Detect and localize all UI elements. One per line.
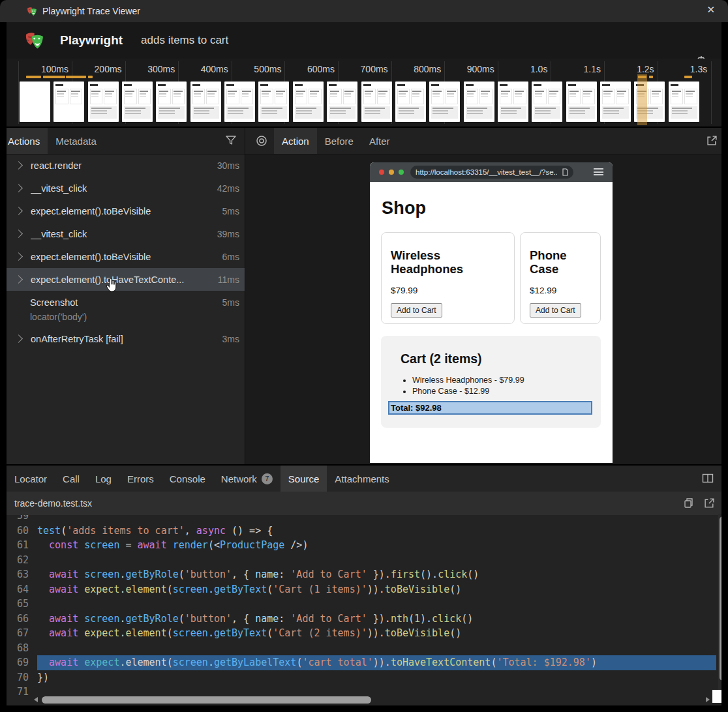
chevron-right-icon[interactable] xyxy=(14,184,23,192)
timeline-thumbnail[interactable] xyxy=(293,82,324,122)
chevron-right-icon[interactable] xyxy=(14,207,23,215)
action-duration: 3ms xyxy=(222,334,245,344)
timeline-label: 600ms xyxy=(307,64,335,74)
action-row[interactable]: expect.element().toHaveTextConte...11ms xyxy=(0,268,245,291)
browser-snapshot[interactable]: http://localhost:63315/__vitest_test__/?… xyxy=(370,162,613,463)
tab-network[interactable]: Network7 xyxy=(213,466,281,492)
code-text xyxy=(37,597,716,612)
tab-log[interactable]: Log xyxy=(87,466,119,492)
chevron-right-icon[interactable] xyxy=(14,252,23,261)
tab-console[interactable]: Console xyxy=(162,466,213,492)
tab-label: Locator xyxy=(14,473,47,484)
action-row[interactable]: Screenshot5mslocator('body') xyxy=(0,291,245,327)
horizontal-scrollbar[interactable] xyxy=(34,695,710,704)
code-line: 69 await expect.element(screen.getByLabe… xyxy=(0,655,716,670)
timeline-thumbnail[interactable] xyxy=(53,82,84,122)
close-button[interactable]: ✕ xyxy=(706,4,715,16)
timeline-thumbnail[interactable] xyxy=(532,82,562,122)
code-line: 67 await expect.element(screen.getByText… xyxy=(0,626,716,641)
timeline-thumbnail[interactable] xyxy=(88,82,119,122)
chevron-right-icon[interactable] xyxy=(14,161,23,170)
tab-locator[interactable]: Locator xyxy=(7,466,55,492)
code-text: test('adds items to cart', async () => { xyxy=(37,524,716,539)
action-row[interactable]: expect.element().toBeVisible5ms xyxy=(0,200,245,222)
timeline-thumbnail[interactable] xyxy=(498,82,528,122)
chevron-spacer xyxy=(14,299,22,306)
window-titlebar: Playwright Trace Viewer ✕ xyxy=(0,0,728,22)
tab-call[interactable]: Call xyxy=(55,466,87,492)
code-text xyxy=(37,641,716,656)
action-duration: 30ms xyxy=(217,160,245,171)
timeline-thumbnail[interactable] xyxy=(20,82,50,122)
code-line: 68 xyxy=(0,641,716,656)
playwright-masks-icon xyxy=(26,6,37,17)
copy-source-icon[interactable] xyxy=(683,497,694,509)
url-bar[interactable]: http://localhost:63315/__vitest_test__/?… xyxy=(410,166,573,179)
code-line: 63 await screen.getByRole('button', { na… xyxy=(0,567,716,582)
code-text: await screen.getByRole('button', { name:… xyxy=(37,567,716,582)
action-name: Screenshot xyxy=(30,297,222,308)
chevron-right-icon[interactable] xyxy=(14,230,23,238)
action-row[interactable]: __vitest_click39ms xyxy=(0,222,245,245)
timeline-thumbnail[interactable] xyxy=(600,82,631,122)
timeline-thumbnail[interactable] xyxy=(224,82,255,122)
tab-attachments[interactable]: Attachments xyxy=(327,466,397,492)
source-filename: trace-demo.test.tsx xyxy=(14,498,92,509)
timeline-label: 900ms xyxy=(467,64,494,74)
scroll-left-arrow[interactable] xyxy=(34,697,38,702)
app-name: Playwright xyxy=(60,33,123,48)
tab-source[interactable]: Source xyxy=(281,466,327,492)
action-name: expect.element().toBeVisible xyxy=(31,206,222,216)
cart-item: Wireless Headphones - $79.99 xyxy=(412,375,524,386)
traffic-light-green xyxy=(399,170,404,175)
tab-after[interactable]: After xyxy=(361,128,398,154)
chevron-right-icon[interactable] xyxy=(14,275,23,284)
action-row[interactable]: __vitest_click42ms xyxy=(0,177,245,200)
cart-heading: Cart (2 items) xyxy=(401,351,482,366)
action-name: expect.element().toHaveTextConte... xyxy=(31,274,218,285)
action-duration: 5ms xyxy=(222,206,245,216)
tab-before[interactable]: Before xyxy=(317,128,361,154)
code-line: 61 const screen = await render(<ProductP… xyxy=(0,538,716,553)
horizontal-scrollbar-thumb[interactable] xyxy=(42,696,371,704)
timeline-thumbnail[interactable] xyxy=(156,82,187,122)
timeline-thumbnail[interactable] xyxy=(190,82,221,122)
add-to-cart-button[interactable]: Add to Cart xyxy=(391,303,442,318)
timeline-thumbnail[interactable] xyxy=(429,82,460,122)
copy-url-icon[interactable] xyxy=(561,168,568,176)
open-external-icon[interactable] xyxy=(706,135,718,146)
code-text xyxy=(37,553,716,568)
tab-errors[interactable]: Errors xyxy=(119,466,162,492)
chevron-right-icon[interactable] xyxy=(14,334,23,343)
timeline-thumbnail[interactable] xyxy=(258,82,289,122)
browser-menu-icon[interactable] xyxy=(594,168,603,177)
open-source-external-icon[interactable] xyxy=(704,497,715,509)
timeline-thumbnail[interactable] xyxy=(566,82,597,122)
filter-icon[interactable] xyxy=(225,134,237,146)
tab-action[interactable]: Action xyxy=(274,128,317,154)
add-to-cart-button[interactable]: Add to Cart xyxy=(530,303,581,318)
code-text: await expect.element(screen.getByText('C… xyxy=(37,582,716,597)
timeline[interactable]: 100ms200ms300ms400ms500ms600ms700ms800ms… xyxy=(0,59,728,128)
timeline-thumbnail[interactable] xyxy=(327,82,357,122)
timeline-thumbnail[interactable] xyxy=(122,82,153,122)
split-view-icon[interactable] xyxy=(702,473,714,484)
timeline-thumbnail[interactable] xyxy=(669,82,699,122)
mouse-cursor-hand xyxy=(104,278,119,293)
actions-panel: Actions Metadata react.render30ms__vites… xyxy=(0,128,245,464)
action-row[interactable]: onAfterRetryTask [fail]3ms xyxy=(0,327,245,350)
timeline-thumbnail[interactable] xyxy=(361,82,392,122)
timeline-label: 800ms xyxy=(414,64,441,74)
code-line: 60test('adds items to cart', async () =>… xyxy=(0,524,716,539)
timeline-thumbnail[interactable] xyxy=(464,82,494,122)
action-row[interactable]: expect.element().toBeVisible6ms xyxy=(0,245,245,268)
detail-panel: ActionBeforeAfter http://localhost:63315… xyxy=(245,128,728,464)
timeline-thumbnail[interactable] xyxy=(395,82,426,122)
tab-actions[interactable]: Actions xyxy=(0,128,48,154)
tab-metadata[interactable]: Metadata xyxy=(48,128,104,154)
timeline-action-marker xyxy=(43,76,65,78)
scroll-right-arrow[interactable] xyxy=(706,697,710,702)
code-text: const screen = await render(<ProductPage… xyxy=(37,538,716,553)
action-row[interactable]: react.render30ms xyxy=(0,154,245,177)
pick-locator-icon[interactable] xyxy=(245,128,274,154)
